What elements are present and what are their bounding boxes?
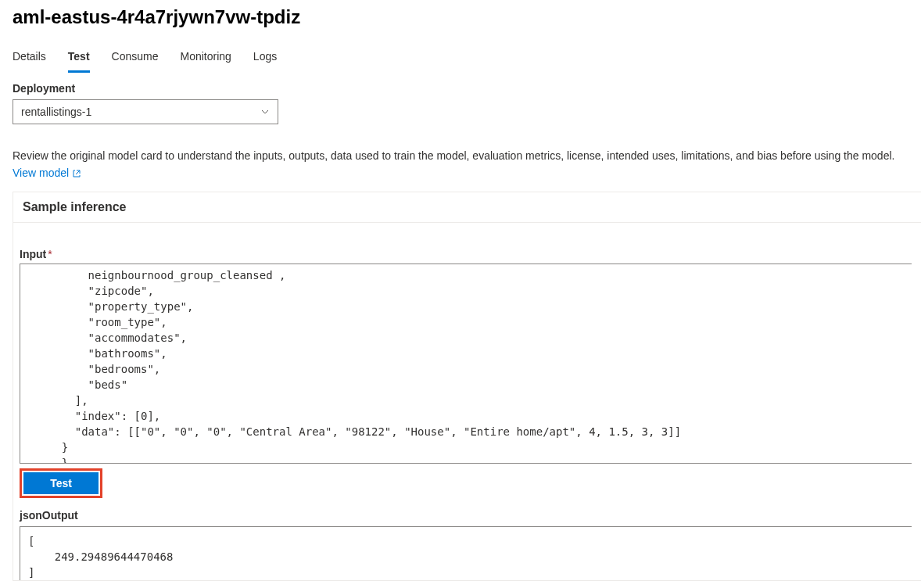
input-textarea[interactable]: neignbournood_group_cleansed , "zipcode"… <box>20 264 912 464</box>
view-model-link[interactable]: View model <box>13 167 81 179</box>
tab-bar: Details Test Consume Monitoring Logs <box>0 36 921 73</box>
chevron-down-icon <box>260 107 270 117</box>
deployment-dropdown[interactable]: rentallistings-1 <box>13 99 278 124</box>
output-textarea[interactable]: [ 249.29489644470468 ] <box>20 526 912 580</box>
panel-header: Sample inference <box>13 192 921 223</box>
input-label-row: Input* <box>20 248 912 260</box>
tab-test[interactable]: Test <box>68 47 90 73</box>
tab-details[interactable]: Details <box>13 47 46 73</box>
view-model-link-label: View model <box>13 167 69 179</box>
required-indicator: * <box>48 248 52 260</box>
deployment-selected: rentallistings-1 <box>21 106 260 118</box>
test-button[interactable]: Test <box>23 472 99 494</box>
deployment-label: Deployment <box>13 82 908 95</box>
tab-monitoring[interactable]: Monitoring <box>180 47 231 73</box>
input-label: Input <box>20 248 46 260</box>
sample-inference-panel: Sample inference Input* neignbournood_gr… <box>13 192 921 581</box>
tab-logs[interactable]: Logs <box>253 47 277 73</box>
page-title: aml-eastus-4r4a7rjywn7vw-tpdiz <box>0 0 921 36</box>
review-text: Review the original model card to unders… <box>13 149 908 162</box>
tab-consume[interactable]: Consume <box>112 47 159 73</box>
output-label: jsonOutput <box>20 509 912 522</box>
external-link-icon <box>72 168 81 177</box>
test-button-highlight: Test <box>20 468 102 498</box>
